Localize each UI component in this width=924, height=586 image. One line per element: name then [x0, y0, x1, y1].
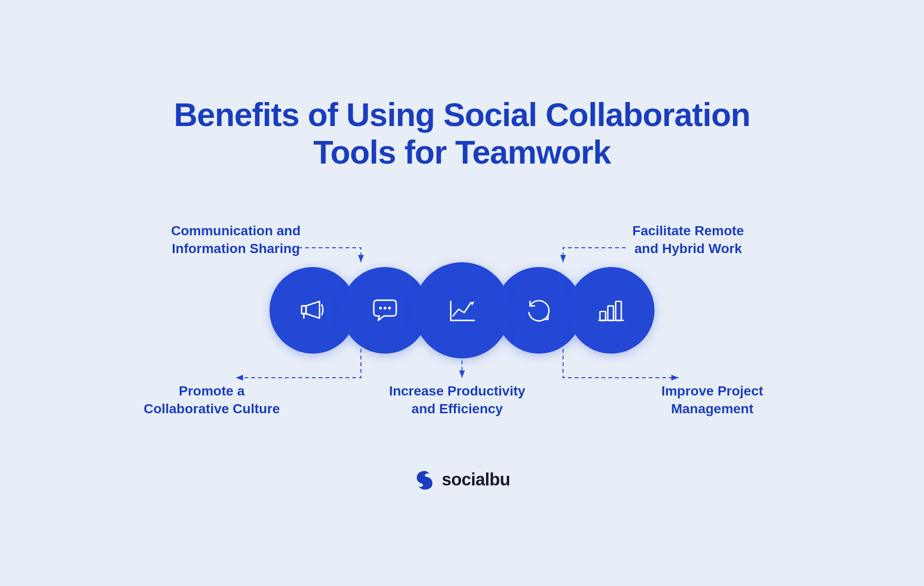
- trend-chart-icon: [445, 293, 479, 327]
- svg-point-9: [384, 307, 386, 310]
- diagram: Communication and Information Sharing Fa…: [125, 200, 799, 440]
- bottom-labels-row: Promote a Collaborative Culture Increase…: [125, 378, 799, 440]
- svg-rect-14: [600, 312, 606, 321]
- label-remote-work: Facilitate Remote and Hybrid Work: [621, 200, 756, 257]
- circle-chart: [414, 262, 510, 358]
- brand-name: socialbu: [442, 470, 510, 490]
- top-labels-row: Communication and Information Sharing Fa…: [125, 200, 799, 257]
- socialbu-logo-icon: [414, 469, 435, 490]
- svg-rect-16: [616, 302, 621, 321]
- refresh-icon: [522, 293, 556, 327]
- label-communication: Communication and Information Sharing: [168, 200, 303, 257]
- page-title: Benefits of Using Social Collaboration T…: [174, 96, 750, 171]
- footer: socialbu: [414, 469, 510, 490]
- svg-point-8: [379, 307, 382, 310]
- circle-bar-chart: [568, 267, 654, 354]
- chat-icon: [368, 293, 402, 327]
- label-collaborative-culture: Promote a Collaborative Culture: [135, 378, 289, 418]
- svg-rect-7: [302, 306, 306, 314]
- svg-point-10: [388, 307, 391, 310]
- svg-rect-15: [608, 306, 614, 320]
- megaphone-icon: [296, 293, 330, 327]
- circles-row: [277, 262, 647, 358]
- svg-marker-3: [459, 370, 465, 378]
- main-container: Benefits of Using Social Collaboration T…: [125, 96, 799, 490]
- label-project-management: Improve Project Management: [635, 378, 789, 418]
- label-productivity: Increase Productivity and Efficiency: [380, 378, 534, 418]
- bar-chart-icon: [594, 293, 628, 327]
